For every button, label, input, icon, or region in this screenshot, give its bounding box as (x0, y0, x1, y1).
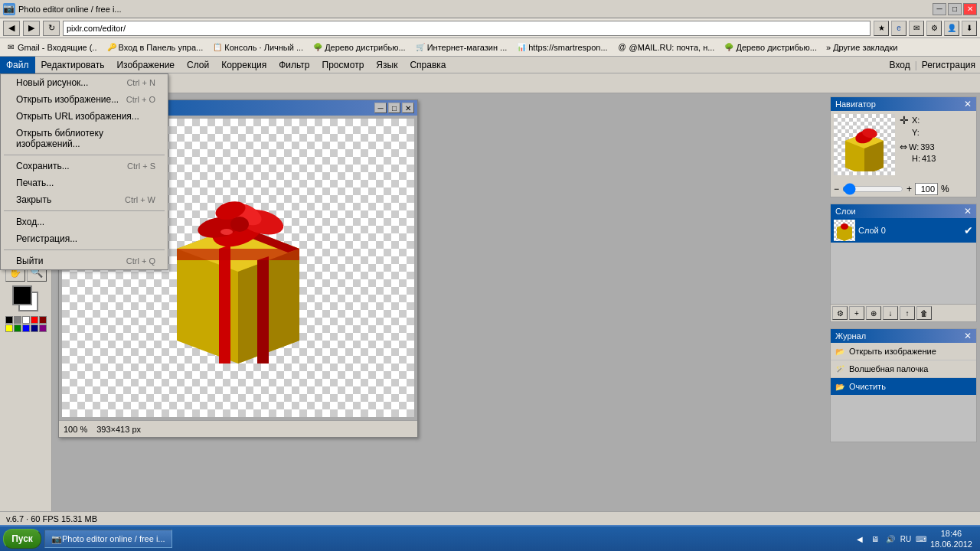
close-button[interactable]: ✕ (963, 3, 977, 15)
login-link[interactable]: Вход (885, 58, 915, 72)
menu-exit-label: Выйти (16, 256, 44, 266)
mail-icon[interactable]: ✉ (909, 21, 924, 36)
mailru-icon: @ (617, 42, 628, 53)
menu-exit-shortcut: Ctrl + Q (126, 256, 155, 266)
maximize-button[interactable]: □ (948, 3, 962, 15)
palette-darkblue[interactable] (31, 324, 38, 332)
canvas-maximize-btn[interactable]: □ (388, 103, 400, 113)
bookmark-gmail[interactable]: ✉ Gmail - Входящие (.. (3, 41, 100, 54)
navigator-body: ✛ X: Y: ⇔ W: 393 (831, 111, 976, 178)
layer-item-0[interactable]: Слой 0 ✔ (831, 218, 976, 243)
menu-close[interactable]: Закрыть Ctrl + W (1, 191, 168, 208)
bookmark-tree2[interactable]: 🌳 Дерево дистрибью... (721, 41, 819, 54)
journal-item-wand[interactable]: 🪄 Волшебная палочка (831, 360, 976, 378)
menu-login[interactable]: Вход... (1, 214, 168, 230)
palette-yellow[interactable] (5, 324, 13, 332)
navigator-close-btn[interactable]: ✕ (964, 99, 972, 109)
palette-gray[interactable] (14, 316, 21, 324)
download-icon[interactable]: ⬇ (962, 21, 977, 36)
menu-exit[interactable]: Выйти Ctrl + Q (1, 253, 168, 269)
menu-view[interactable]: Просмотр (316, 57, 371, 73)
bookmark-smart[interactable]: 📊 https://smartrespon... (514, 41, 609, 54)
bookmark-label: Консоль · Личный ... (224, 43, 303, 52)
menu-language[interactable]: Язык (370, 57, 403, 73)
register-link[interactable]: Регистрация (917, 58, 980, 72)
zoom-plus-icon[interactable]: + (906, 184, 912, 194)
bookmark-star-icon[interactable]: ★ (874, 21, 889, 36)
navigator-thumbnail (834, 114, 895, 175)
foreground-color-swatch[interactable] (12, 285, 32, 305)
zoom-minus-icon[interactable]: − (834, 184, 839, 194)
palette-purple[interactable] (39, 324, 47, 332)
menu-save[interactable]: Сохранить... Ctrl + S (1, 158, 168, 174)
bookmark-panel[interactable]: 🔑 Вход в Панель упра... (104, 41, 206, 54)
journal-close-btn[interactable]: ✕ (964, 331, 972, 341)
bookmark-label: Дерево дистрибью... (325, 43, 406, 52)
layer-duplicate-btn[interactable]: ⊕ (866, 306, 881, 320)
zoom-slider[interactable] (842, 183, 903, 195)
layer-settings-btn[interactable]: ⚙ (832, 306, 848, 320)
menu-open-image[interactable]: Открыть изображение... Ctrl + O (1, 91, 168, 108)
navigator-info: ✛ X: Y: ⇔ W: 393 (900, 114, 936, 163)
palette-darkred[interactable] (39, 316, 47, 324)
journal-item-open[interactable]: 📂 Открыть изображение (831, 343, 976, 360)
journal-panel: Журнал ✕ 📂 Открыть изображение 🪄 Волшебн… (830, 328, 977, 442)
palette-green[interactable] (14, 324, 21, 332)
zoom-input[interactable] (915, 183, 938, 195)
taskbar-clock: 18:46 18.06.2012 (930, 528, 972, 550)
palette-blue[interactable] (22, 324, 30, 332)
palette-red[interactable] (31, 316, 38, 324)
menu-image[interactable]: Изображение (110, 57, 181, 73)
palette-black[interactable] (5, 316, 13, 324)
menu-file[interactable]: Файл (0, 57, 35, 73)
bookmark-more[interactable]: » Другие закладки (824, 42, 900, 53)
palette-white[interactable] (22, 316, 30, 324)
tray-network-icon[interactable]: 🖥 (869, 533, 881, 545)
tray-lang-icon[interactable]: RU (900, 533, 912, 545)
menu-help[interactable]: Справка (403, 57, 452, 73)
back-button[interactable]: ◀ (3, 21, 20, 36)
menu-register[interactable]: Регистрация... (1, 230, 168, 247)
bookmark-console[interactable]: 📋 Консоль · Личный ... (210, 41, 305, 54)
canvas-minimize-btn[interactable]: ─ (374, 103, 387, 113)
minimize-button[interactable]: ─ (933, 3, 946, 15)
menu-new[interactable]: Новый рисунок... Ctrl + N (1, 74, 168, 91)
journal-item-clear[interactable]: 📂 Очистить (831, 378, 976, 396)
dropdown-separator-3 (4, 249, 165, 250)
layers-close-btn[interactable]: ✕ (964, 206, 972, 217)
refresh-button[interactable]: ↻ (43, 21, 60, 36)
tray-expand-icon[interactable]: ◀ (854, 533, 866, 545)
bookmark-shop[interactable]: 🛒 Интернет-магазин ... (413, 41, 510, 54)
console-icon: 📋 (212, 42, 223, 53)
layer-move-up-btn[interactable]: ↑ (900, 306, 915, 320)
layer-visible-icon[interactable]: ✔ (964, 224, 973, 236)
tray-volume-icon[interactable]: 🔊 (884, 533, 897, 545)
user-icon[interactable]: 👤 (944, 21, 959, 36)
tools-icon[interactable]: ⚙ (926, 21, 942, 36)
layer-add-btn[interactable]: + (849, 306, 864, 320)
start-button[interactable]: Пуск (3, 529, 41, 549)
address-bar[interactable]: pixlr.com/editor/ (63, 21, 871, 36)
menu-print[interactable]: Печать... (1, 174, 168, 191)
taskbar-active-window[interactable]: 📷 Photo editor online / free i... (44, 530, 172, 548)
menu-open-library[interactable]: Открыть библиотеку изображений... (1, 125, 168, 152)
bookmarks-bar: ✉ Gmail - Входящие (.. 🔑 Вход в Панель у… (0, 38, 980, 57)
tray-kb-icon[interactable]: ⌨ (915, 533, 927, 545)
menu-edit[interactable]: Редактировать (35, 57, 111, 73)
bookmark-tree1[interactable]: 🌳 Дерево дистрибью... (310, 41, 408, 54)
layer-move-down-btn[interactable]: ↓ (883, 306, 898, 320)
canvas-close-btn[interactable]: ✕ (402, 103, 414, 113)
menu-layer[interactable]: Слой (181, 57, 215, 73)
svg-marker-4 (257, 256, 269, 364)
menu-close-shortcut: Ctrl + W (125, 195, 155, 204)
menu-close-label: Закрыть (16, 194, 51, 205)
ie-icon[interactable]: e (891, 21, 906, 36)
menu-open-url[interactable]: Открыть URL изображения... (1, 108, 168, 125)
layer-delete-btn[interactable]: 🗑 (916, 306, 932, 320)
svg-point-20 (841, 223, 848, 230)
menu-filter[interactable]: Фильтр (273, 57, 315, 73)
browser-frame: 📷 Photo editor online / free i... ─ □ ✕ … (0, 0, 980, 551)
menu-correction[interactable]: Коррекция (215, 57, 273, 73)
bookmark-mail[interactable]: @ @MAIL.RU: почта, н... (615, 41, 717, 54)
forward-button[interactable]: ▶ (23, 21, 40, 36)
